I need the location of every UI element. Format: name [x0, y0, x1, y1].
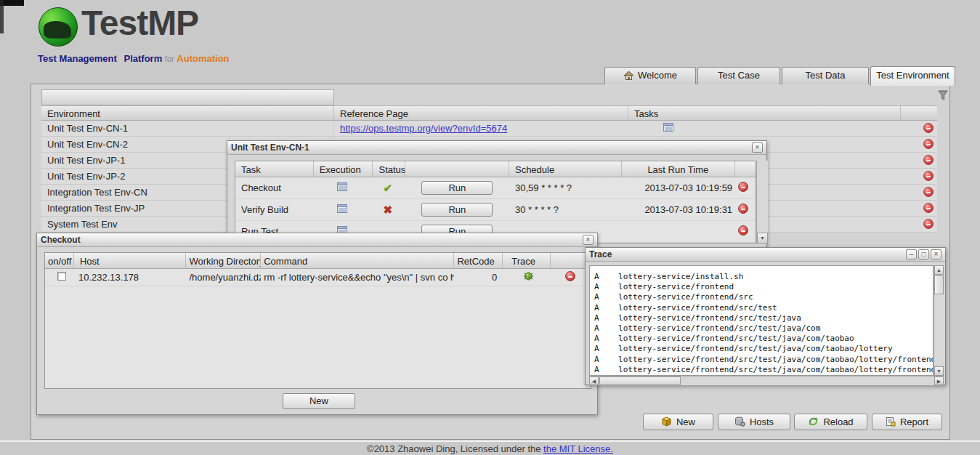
delete-task-button[interactable] [738, 204, 748, 214]
tab-test-data[interactable]: Test Data [782, 67, 869, 84]
delete-environment-button[interactable] [923, 203, 934, 213]
column-reference-page: Reference Page [334, 106, 628, 120]
trace-line: A lottery-service/frontend/src/test/java… [594, 355, 933, 365]
dialog-title: Unit Test Env-CN-1 [231, 142, 309, 153]
execution-icon[interactable] [337, 182, 347, 191]
close-icon[interactable]: × [752, 142, 763, 153]
delete-environment-button[interactable] [923, 187, 934, 197]
column-last-run-time: Last Run Time [622, 161, 736, 177]
cube-icon [661, 416, 672, 427]
trace-vertical-scrollbar[interactable]: ▲ ▼ [934, 265, 944, 376]
delete-environment-button[interactable] [923, 123, 934, 133]
task-row: Verify Build ✖ Run 30 * * * * ? 2013-07-… [235, 199, 756, 221]
trace-line: A lottery-service/frontend/src/test/java [594, 313, 933, 323]
reload-button[interactable]: Reload [794, 414, 867, 430]
delete-task-button[interactable] [738, 225, 748, 235]
globe-icon [39, 7, 78, 47]
footer: ©2013 Zhaowei Ding, Licensed under the t… [0, 443, 980, 454]
close-icon[interactable]: × [583, 235, 594, 245]
trace-bug-icon[interactable] [523, 273, 534, 283]
trace-line: A lottery-service/install.sh [594, 272, 933, 282]
checkout-row: 10.232.13.178 /home/yuanzhi.dz rm -rf lo… [45, 269, 591, 286]
task-table-scrollbar[interactable]: ▼ [756, 161, 768, 243]
column-status: Status [373, 161, 405, 177]
report-button[interactable]: Report [872, 414, 942, 430]
scroll-left-icon[interactable]: ◀ [589, 377, 599, 385]
run-button[interactable]: Run [421, 203, 493, 217]
delete-environment-button[interactable] [923, 155, 934, 165]
dialog-title: Checkout [41, 235, 81, 245]
column-run [405, 161, 509, 177]
footer-divider [0, 440, 980, 442]
trace-output: A lottery-service/install.sh A lottery-s… [589, 265, 934, 376]
column-environment: Environment [41, 106, 334, 120]
column-retcode: RetCode [454, 253, 503, 268]
checkout-dialog-titlebar[interactable]: Checkout × [37, 233, 597, 247]
delete-checkout-row-button[interactable] [565, 271, 575, 281]
window-title: Trace [589, 249, 612, 259]
column-execution: Execution [314, 161, 373, 177]
status-fail-icon: ✖ [384, 204, 393, 216]
scroll-down-icon[interactable]: ▼ [934, 366, 944, 376]
task-row: Checkout ✔ Run 30,59 * * * * ? 2013-07-0… [235, 177, 756, 199]
delete-environment-button[interactable] [923, 219, 934, 229]
tab-test-case[interactable]: Test Case [697, 67, 780, 84]
reference-page-link[interactable]: https://ops.testmp.org/view?envId=5674 [340, 123, 507, 134]
trace-line: A lottery-service/frontend/src [594, 292, 933, 302]
column-tasks: Tasks [628, 106, 901, 120]
run-button[interactable]: Run [421, 181, 493, 195]
filter-icon[interactable] [938, 90, 949, 104]
tasks-icon[interactable] [663, 123, 673, 132]
environment-table-header: Environment Reference Page Tasks [41, 105, 937, 121]
maximize-icon[interactable]: □ [918, 249, 929, 259]
trace-window-titlebar[interactable]: Trace – □ × [586, 248, 945, 262]
column-onoff: on/off [45, 253, 74, 268]
table-row[interactable]: Unit Test Env-CN-1 https://ops.testmp.or… [41, 121, 937, 137]
checkout-table: on/off Host Working Directory Command Re… [44, 252, 591, 389]
execution-icon[interactable] [337, 204, 347, 213]
hosts-button[interactable]: Hosts [718, 414, 790, 430]
mit-license-link[interactable]: the MIT License. [543, 443, 613, 454]
brand-title: TestMP [81, 3, 198, 43]
trace-line: A lottery-service/frontend/src/test [594, 303, 933, 313]
minimize-icon[interactable]: – [906, 249, 917, 259]
delete-environment-button[interactable] [923, 171, 934, 181]
window-edge-artifact [0, 0, 4, 33]
reload-icon [808, 416, 819, 427]
trace-line: A lottery-service/frontend/src/test/java… [594, 323, 933, 334]
column-schedule: Schedule [509, 161, 622, 177]
checkout-dialog: Checkout × on/off Host Working Directory… [36, 233, 598, 415]
new-environment-button[interactable]: New [643, 414, 713, 430]
tab-test-environment[interactable]: Test Environment [870, 66, 955, 86]
scroll-down-icon[interactable]: ▼ [757, 233, 768, 243]
task-dialog-titlebar[interactable]: Unit Test Env-CN-1 × [227, 141, 766, 155]
report-icon [886, 416, 896, 427]
new-checkout-row-button[interactable]: New [283, 393, 355, 409]
environment-filter-header [41, 89, 334, 105]
copyright-text: ©2013 Zhaowei Ding, Licensed under the [367, 443, 543, 454]
delete-task-button[interactable] [738, 182, 748, 192]
trace-line: A lottery-service/frontend [594, 282, 933, 292]
close-icon[interactable]: × [931, 249, 941, 259]
scroll-up-icon[interactable]: ▲ [934, 265, 944, 275]
trace-line: A lottery-service/frontend/src/test/java… [594, 344, 933, 354]
hosts-icon [734, 416, 745, 427]
column-host: Host [74, 253, 187, 268]
home-icon [623, 69, 634, 85]
scrollbar-thumb[interactable] [934, 275, 944, 294]
scroll-right-icon[interactable]: ▶ [934, 377, 944, 385]
tab-welcome[interactable]: Welcome [604, 67, 696, 84]
task-dialog: Unit Test Env-CN-1 × Task Execution Stat… [227, 140, 767, 248]
delete-environment-button[interactable] [923, 139, 934, 149]
trace-line: A lottery-service/frontend/src/test/java… [594, 365, 933, 375]
trace-line: A lottery-service/frontend/src/test/java… [594, 334, 933, 344]
brand-tagline: Test Management Platform for Automation [38, 53, 343, 64]
testmp-app: TestMP Test Management Platform for Auto… [0, 0, 980, 455]
task-table: Task Execution Status Schedule Last Run … [235, 161, 756, 243]
scrollbar-thumb[interactable] [599, 377, 681, 385]
onoff-checkbox[interactable] [57, 272, 66, 281]
trace-horizontal-scrollbar[interactable]: ◀ ▶ [589, 376, 944, 385]
trace-window: Trace – □ × A lottery-service/install.sh… [585, 247, 946, 385]
column-command: Command [261, 253, 454, 268]
column-trace: Trace [503, 253, 551, 268]
